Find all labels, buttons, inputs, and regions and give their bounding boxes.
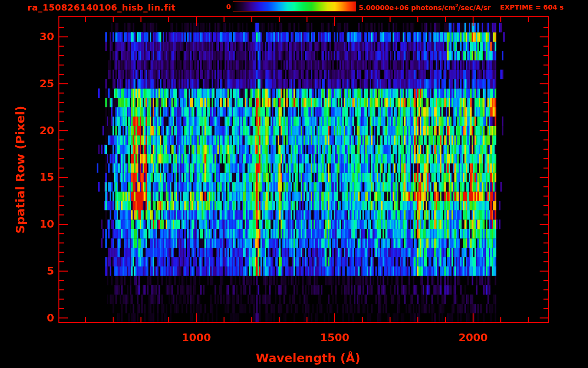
y-tick-label: 5 [14, 265, 54, 277]
x-axis-title: Wavelength (Å) [256, 351, 351, 365]
x-tick-label: 1000 [172, 332, 220, 344]
y-tick-label: 25 [14, 78, 54, 90]
spectral-image-viewer: ra_150826140106_hisb_lin.fit 0 5.00000e+… [0, 0, 588, 368]
y-tick-label: 0 [14, 312, 54, 324]
x-tick-label: 2000 [449, 332, 497, 344]
axes-frame [0, 0, 588, 368]
x-tick-label: 1500 [311, 332, 359, 344]
y-tick-label: 30 [14, 31, 54, 43]
plot-frame [59, 17, 549, 322]
y-axis-title: Spatial Row (Pixel) [13, 105, 27, 233]
